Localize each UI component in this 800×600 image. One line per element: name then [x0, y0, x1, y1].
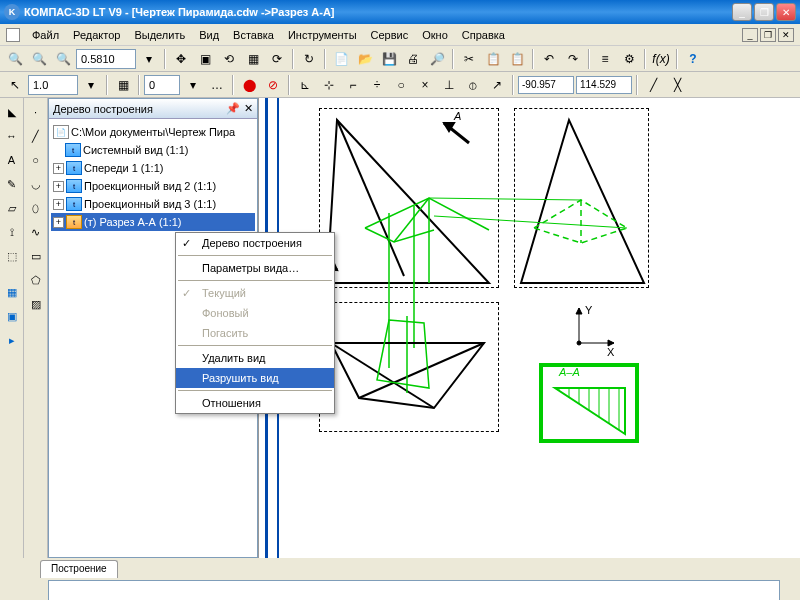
menu-tools[interactable]: Инструменты [282, 27, 363, 43]
tree-item-proj2[interactable]: + t Проекционный вид 2 (1:1) [51, 177, 255, 195]
ctx-relations[interactable]: Отношения [176, 393, 334, 413]
snap-center-icon[interactable]: ○ [390, 74, 412, 96]
tree-item-system[interactable]: t Системный вид (1:1) [51, 141, 255, 159]
menu-edit[interactable]: Редактор [67, 27, 126, 43]
arrow-icon[interactable]: ▸ [2, 330, 22, 350]
snap-mid-icon[interactable]: ÷ [366, 74, 388, 96]
maximize-button[interactable]: ❐ [754, 3, 774, 21]
snap-red-icon[interactable]: ⬤ [238, 74, 260, 96]
menu-view[interactable]: Вид [193, 27, 225, 43]
param-icon[interactable]: ▱ [2, 198, 22, 218]
ellipse-icon[interactable]: ⬯ [26, 198, 46, 218]
ctx-params[interactable]: Параметры вида… [176, 258, 334, 278]
dim-icon[interactable]: ↔ [2, 126, 22, 146]
close-button[interactable]: ✕ [776, 3, 796, 21]
line-style-icon[interactable]: ╱ [642, 74, 664, 96]
help-icon[interactable]: ? [682, 48, 704, 70]
select-icon[interactable]: ⬚ [2, 246, 22, 266]
mdi-restore[interactable]: ❐ [760, 28, 776, 42]
assoc-icon[interactable]: ▦ [2, 282, 22, 302]
drawing-canvas[interactable]: А А [258, 98, 800, 558]
menu-service[interactable]: Сервис [365, 27, 415, 43]
edit-icon[interactable]: ✎ [2, 174, 22, 194]
point-icon[interactable]: · [26, 102, 46, 122]
expand-icon[interactable]: + [53, 199, 64, 210]
local-cs-icon[interactable]: ↗ [486, 74, 508, 96]
tab-build[interactable]: Построение [40, 560, 118, 578]
new-icon[interactable]: 📄 [330, 48, 352, 70]
zoom-out-icon[interactable]: 🔍 [52, 48, 74, 70]
rect-icon[interactable]: ▭ [26, 246, 46, 266]
grid-icon[interactable]: ▦ [112, 74, 134, 96]
open-icon[interactable]: 📂 [354, 48, 376, 70]
scale-drop-icon[interactable]: ▾ [80, 74, 102, 96]
snap-perp-icon[interactable]: ⊥ [438, 74, 460, 96]
cursor-icon[interactable]: ↖ [4, 74, 26, 96]
menu-file[interactable]: Файл [26, 27, 65, 43]
arc-icon[interactable]: ◡ [26, 174, 46, 194]
preview-icon[interactable]: 🔎 [426, 48, 448, 70]
expand-icon[interactable]: + [53, 217, 64, 228]
redo-icon[interactable]: ↷ [562, 48, 584, 70]
tree-item-front[interactable]: + t Спереди 1 (1:1) [51, 159, 255, 177]
menu-help[interactable]: Справка [456, 27, 511, 43]
circle-icon[interactable]: ○ [26, 150, 46, 170]
cut-icon[interactable]: ✂ [458, 48, 480, 70]
line-icon[interactable]: ╱ [26, 126, 46, 146]
tree-root[interactable]: 📄 C:\Мои документы\Чертеж Пира [51, 123, 255, 141]
snap-off-icon[interactable]: ⊘ [262, 74, 284, 96]
props-icon[interactable]: ⚙ [618, 48, 640, 70]
geom-icon[interactable]: ◣ [2, 102, 22, 122]
zoom-prev-icon[interactable]: ⟲ [218, 48, 240, 70]
zoom-in-icon[interactable]: 🔍 [28, 48, 50, 70]
snap-int-icon[interactable]: × [414, 74, 436, 96]
ortho-icon[interactable]: ⊾ [294, 74, 316, 96]
menu-insert[interactable]: Вставка [227, 27, 280, 43]
scale-input[interactable] [28, 75, 78, 95]
coord-x[interactable]: -90.957 [518, 76, 574, 94]
tree-pin-icon[interactable]: 📌 [226, 102, 240, 115]
menu-select[interactable]: Выделить [128, 27, 191, 43]
tree-item-section[interactable]: + t (т) Разрез А-А (1:1) [51, 213, 255, 231]
save-icon[interactable]: 💾 [378, 48, 400, 70]
pan-icon[interactable]: ✥ [170, 48, 192, 70]
mdi-minimize[interactable]: _ [742, 28, 758, 42]
ctx-destroy[interactable]: Разрушить вид [176, 368, 334, 388]
layer-drop-icon[interactable]: ▾ [182, 74, 204, 96]
hatch-style-icon[interactable]: ╳ [666, 74, 688, 96]
tree-close-icon[interactable]: ✕ [244, 102, 253, 115]
zoom-window-icon[interactable]: 🔍 [4, 48, 26, 70]
minimize-button[interactable]: _ [732, 3, 752, 21]
paste-icon[interactable]: 📋 [506, 48, 528, 70]
variables-icon[interactable]: f(x) [650, 48, 672, 70]
measure-icon[interactable]: ⟟ [2, 222, 22, 242]
zoom-input[interactable] [76, 49, 136, 69]
layer-input[interactable] [144, 75, 180, 95]
zoom-all-icon[interactable]: ▦ [242, 48, 264, 70]
view-icon[interactable]: ▣ [2, 306, 22, 326]
coord-y[interactable]: 114.529 [576, 76, 632, 94]
expand-icon[interactable]: + [53, 181, 64, 192]
hatch-icon[interactable]: ▨ [26, 294, 46, 314]
text-icon[interactable]: A [2, 150, 22, 170]
copy-icon[interactable]: 📋 [482, 48, 504, 70]
undo-icon[interactable]: ↶ [538, 48, 560, 70]
ctx-tree[interactable]: ✓Дерево построения [176, 233, 334, 253]
print-icon[interactable]: 🖨 [402, 48, 424, 70]
menu-window[interactable]: Окно [416, 27, 454, 43]
refresh-icon[interactable]: ↻ [298, 48, 320, 70]
fit-icon[interactable]: ▣ [194, 48, 216, 70]
snap-end-icon[interactable]: ⌐ [342, 74, 364, 96]
ctx-delete[interactable]: Удалить вид [176, 348, 334, 368]
zoom-dropdown-icon[interactable]: ▾ [138, 48, 160, 70]
mdi-close[interactable]: ✕ [778, 28, 794, 42]
snap-tan-icon[interactable]: ⦶ [462, 74, 484, 96]
layers-icon[interactable]: ≡ [594, 48, 616, 70]
tree-item-proj3[interactable]: + t Проекционный вид 3 (1:1) [51, 195, 255, 213]
poly-icon[interactable]: ⬠ [26, 270, 46, 290]
snap-icon[interactable]: ⊹ [318, 74, 340, 96]
rotate-icon[interactable]: ⟳ [266, 48, 288, 70]
expand-icon[interactable]: + [53, 163, 64, 174]
spline-icon[interactable]: ∿ [26, 222, 46, 242]
layer-mgr-icon[interactable]: … [206, 74, 228, 96]
